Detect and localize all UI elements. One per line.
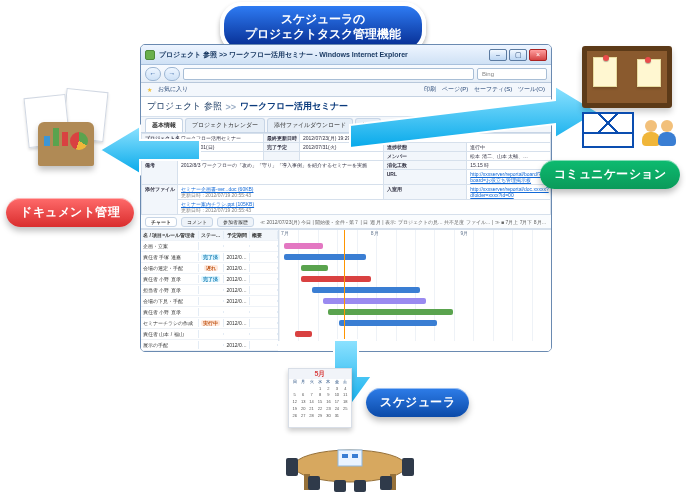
gantt-left: 名 / 項目=ルール管理者 ステータス 予定期間 概要 企画・立案責任者 手塚 … <box>141 230 279 341</box>
gantt-bar[interactable] <box>301 276 372 282</box>
chart-folder-icon <box>38 122 94 166</box>
label: 開始予定日 <box>142 143 178 152</box>
calendar-icon: 5月 日月火水木金土123456789101112131415161718192… <box>288 368 352 428</box>
document-cluster <box>18 90 118 190</box>
table-row[interactable]: 責任者 手塚 達嘉完了済2012/07/05(木) <box>141 252 278 263</box>
gantt-dateinfo: ≪ 2012/07/23(月) 今日 | 開始後 - 全件 - 第７ | 日 週… <box>260 219 547 225</box>
table-row[interactable]: 責任者 山本 / 福山 <box>141 329 278 340</box>
value: http://xxxserver/reportal/doc.xxxxx?dfol… <box>467 185 551 200</box>
label: 消化工数 <box>383 161 467 170</box>
table-row[interactable]: 企画・立案 <box>141 241 278 252</box>
today-line <box>344 230 345 341</box>
tab[interactable]: 基本情報 <box>145 118 183 132</box>
table-row[interactable]: 会場の選定・手配遅れ2012/07/09(月) <box>141 263 278 274</box>
value: 2012/07/01(日) <box>178 143 264 152</box>
communication-cluster <box>582 46 678 148</box>
gantt-subtab[interactable]: コメント <box>181 217 213 227</box>
label: 完了予定 <box>264 143 300 152</box>
window-min-button[interactable]: – <box>489 49 507 61</box>
gantt-bar[interactable] <box>339 320 437 326</box>
scheduler-cluster: 5月 日月火水木金土123456789101112131415161718192… <box>288 368 352 428</box>
menu-item[interactable]: セーフティ(S) <box>474 85 512 94</box>
attachment-ts: 更新日時 : 2012/07/19 20:55:43 <box>181 207 251 213</box>
tab-strip: 基本情報プロジェクトカレンダー添付ファイルダウンロード検索 <box>141 117 551 133</box>
gantt-subtab[interactable]: チャート <box>145 217 177 227</box>
bookmark-toggle[interactable]: ★ ? <box>528 101 545 112</box>
tab[interactable]: 検索 <box>355 118 381 132</box>
value: 完了日 <box>178 152 264 161</box>
label: URL <box>383 170 467 185</box>
label: プロジェクト名 <box>142 134 178 143</box>
people-icon <box>640 120 678 148</box>
window-max-button[interactable]: ▢ <box>509 49 527 61</box>
gantt-bar[interactable] <box>284 243 322 249</box>
table-row[interactable]: 責任者 小野 直孝完了済2012/07/10(火) <box>141 274 278 285</box>
mail-icon <box>582 112 634 148</box>
gantt-toolbar: チャートコメント参加者履歴 ≪ 2012/07/23(月) 今日 | 開始後 -… <box>141 215 551 229</box>
corkboard-icon <box>582 46 672 108</box>
menu-item[interactable]: お気に入り <box>158 85 188 94</box>
tab[interactable]: プロジェクトカレンダー <box>185 118 265 132</box>
breadcrumb-sep: >> <box>226 102 237 112</box>
url-bar[interactable] <box>183 68 474 80</box>
tab[interactable]: 添付ファイルダウンロード <box>267 118 353 132</box>
table-row[interactable]: 展示の手配2012/07/19(木) <box>141 340 278 351</box>
label: 終了予定日 <box>142 152 178 161</box>
svg-rect-6 <box>286 458 298 476</box>
gantt-grid: 名 / 項目=ルール管理者 ステータス 予定期間 概要 企画・立案責任者 手塚 … <box>141 229 551 341</box>
ie-toolbar: ★ お気に入り 印刷 ページ(P) セーフティ(S) ツール(O) <box>141 83 551 97</box>
gantt-bar[interactable] <box>284 254 366 260</box>
svg-rect-8 <box>308 476 320 490</box>
app-window: プロジェクト 参照 >> ワークフロー活用セミナー - Windows Inte… <box>140 44 552 352</box>
gantt-bar[interactable] <box>323 298 426 304</box>
menu-item[interactable]: ツール(O) <box>518 85 545 94</box>
value: 15.15 時 <box>467 161 551 170</box>
project-meta-table: プロジェクト名 ワークフロー活用セミナー 最終更新日時 2012/07/23(月… <box>141 133 551 215</box>
fav-icon[interactable]: ★ <box>147 86 152 93</box>
page-content: プロジェクト 参照 >> ワークフロー活用セミナー ★ ? 基本情報プロジェクト… <box>141 97 551 351</box>
pill-scheduler: スケジューラ <box>366 388 469 417</box>
label: メンバー <box>383 152 467 161</box>
svg-rect-3 <box>338 450 362 466</box>
label <box>264 152 300 161</box>
meeting-desk-icon <box>280 430 420 496</box>
gantt-bar[interactable] <box>295 331 311 337</box>
gantt-bar[interactable] <box>312 287 421 293</box>
table-row[interactable]: セミナーチラシの作成実行中2012/07/19(木) <box>141 318 278 329</box>
value: http://xxxserver/reportal/board/?board=お… <box>467 170 551 185</box>
address-row: ← → Bing <box>141 65 551 83</box>
breadcrumb: プロジェクト 参照 >> ワークフロー活用セミナー ★ ? <box>141 97 551 117</box>
meta-link[interactable]: http://xxxserver/reportal/board/?board=お… <box>470 171 541 183</box>
value: 進行中 <box>467 143 551 152</box>
value: 松本 清二、山本 太輔、… <box>467 152 551 161</box>
breadcrumb-node: ワークフロー活用セミナー <box>240 100 348 113</box>
value: セミナー案内チラシ.ppt (105KB) 更新日時 : 2012/07/19 … <box>178 200 551 215</box>
nav-back-button[interactable]: ← <box>145 67 161 81</box>
nav-forward-button[interactable]: → <box>164 67 180 81</box>
menu-item[interactable]: 印刷 <box>424 85 436 94</box>
label: 入室用 <box>383 185 467 200</box>
meta-link[interactable]: http://xxxserver/reportal/doc.xxxxx?dfol… <box>470 186 548 198</box>
svg-rect-4 <box>342 454 348 458</box>
search-bar[interactable]: Bing <box>477 68 547 80</box>
menu-item[interactable]: ページ(P) <box>442 85 468 94</box>
svg-rect-9 <box>380 476 392 490</box>
label: 備考 <box>142 161 178 185</box>
title-bar: プロジェクト 参照 >> ワークフロー活用セミナー - Windows Inte… <box>141 45 551 65</box>
value: 2012/07/31(火) <box>300 143 384 152</box>
gantt-col-headers: 名 / 項目=ルール管理者 ステータス 予定期間 概要 <box>141 230 278 241</box>
table-row[interactable]: 会場の下見・手配2012/07/17(火) <box>141 296 278 307</box>
pill-communication: コミュニケーション <box>540 160 681 189</box>
value: 2012/8/3 ワークフローの「攻め」「守り」「導入事例」を紹介するセミナーを… <box>178 161 384 185</box>
gantt-bar[interactable] <box>328 309 453 315</box>
headline-line1: スケジューラの <box>232 12 414 27</box>
table-row[interactable]: 責任者 小野 直孝 <box>141 307 278 318</box>
breadcrumb-node[interactable]: プロジェクト 参照 <box>147 100 222 113</box>
gantt-subtab[interactable]: 参加者履歴 <box>217 217 254 227</box>
window-close-button[interactable]: × <box>529 49 547 61</box>
gantt-bar[interactable] <box>301 265 328 271</box>
table-row[interactable]: 担当者 小野 直孝2012/07/13(金) <box>141 285 278 296</box>
gantt-right[interactable]: 7月8月9月 <box>279 230 551 341</box>
value: セミナー企画書-ver...doc (60KB) 更新日時 : 2012/07/… <box>178 185 384 200</box>
window-title: プロジェクト 参照 >> ワークフロー活用セミナー - Windows Inte… <box>159 50 485 60</box>
